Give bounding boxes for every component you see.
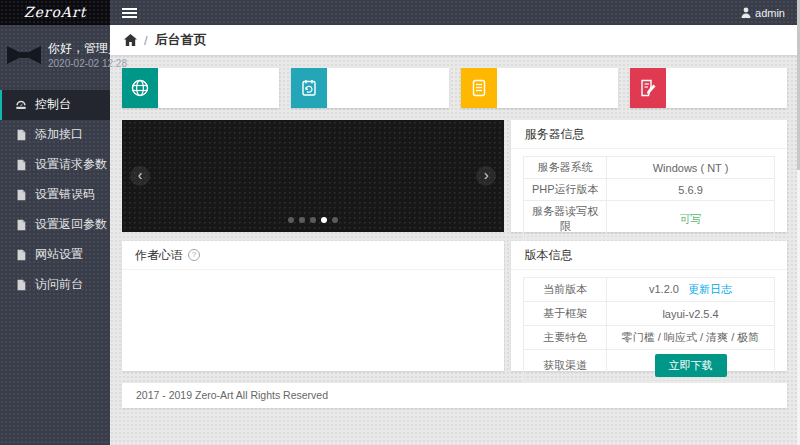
file-icon <box>15 189 27 201</box>
row-label: 主要特色 <box>524 326 607 350</box>
download-button[interactable]: 立即下载 <box>655 354 727 377</box>
carousel-dot[interactable] <box>332 217 338 223</box>
file-icon <box>15 129 27 141</box>
carousel-dot[interactable] <box>299 217 305 223</box>
row-label: 服务器系统 <box>524 157 607 179</box>
sidebar-item-label: 设置错误码 <box>35 186 95 203</box>
stat-card-edit[interactable] <box>630 68 787 108</box>
main-content: ‹ › 服务器信息 服务器系统 Windows ( NT ) <box>110 55 797 445</box>
topbar-user[interactable]: admin <box>741 7 785 19</box>
user-info-box: 你好，管理员 2020-02-02 12:28 <box>0 25 110 88</box>
admin-dashboard: ZeroArt 你好，管理员 2020-02-02 12:28 控制台 <box>0 0 800 445</box>
row-label: 当前版本 <box>524 278 607 302</box>
row-value: layui-v2.5.4 <box>607 302 775 326</box>
sidebar-item-site-settings[interactable]: 网站设置 <box>0 240 110 270</box>
server-info-panel: 服务器信息 服务器系统 Windows ( NT ) PHP运行版本 5.6.9 <box>511 120 787 232</box>
carousel: ‹ › <box>122 120 504 232</box>
row-label: 基于框架 <box>524 302 607 326</box>
menu-toggle-icon[interactable] <box>122 6 137 20</box>
table-row: 主要特色 零门槛 / 响应式 / 清爽 / 极简 <box>524 326 775 350</box>
carousel-next-icon[interactable]: › <box>476 166 496 186</box>
row-label: PHP运行版本 <box>524 179 607 201</box>
breadcrumb: / 后台首页 <box>110 25 797 55</box>
sidebar-item-label: 网站设置 <box>35 246 83 263</box>
sidebar: ZeroArt 你好，管理员 2020-02-02 12:28 控制台 <box>0 0 110 445</box>
table-row: 基于框架 layui-v2.5.4 <box>524 302 775 326</box>
row-value: 零门槛 / 响应式 / 清爽 / 极简 <box>607 326 775 350</box>
stat-card-list[interactable] <box>461 68 618 108</box>
author-words-body <box>122 270 504 370</box>
user-icon <box>741 7 751 18</box>
sidebar-item-error-codes[interactable]: 设置错误码 <box>0 180 110 210</box>
topbar-username: admin <box>755 7 785 19</box>
row-value: v1.2.0 更新日志 <box>607 278 775 302</box>
copyright-text: 2017 - 2019 Zero-Art All Rights Reserved <box>136 389 328 401</box>
sidebar-item-request-params[interactable]: 设置请求参数 <box>0 150 110 180</box>
carousel-dot[interactable] <box>310 217 316 223</box>
content-row-1: ‹ › 服务器信息 服务器系统 Windows ( NT ) <box>122 120 787 232</box>
sidebar-item-label: 访问前台 <box>35 276 83 293</box>
sidebar-item-label: 添加接口 <box>35 126 83 143</box>
row-value-writable: 可写 <box>607 201 775 238</box>
author-words-panel: 作者心语 ? <box>122 241 504 371</box>
row-label: 服务器读写权限 <box>524 201 607 238</box>
row-value: Windows ( NT ) <box>607 157 775 179</box>
stat-card-body <box>666 68 787 108</box>
content-row-2: 作者心语 ? 版本信息 当前版本 v1.2.0 <box>122 241 787 371</box>
bowtie-icon <box>6 44 42 66</box>
stat-card-body <box>497 68 618 108</box>
sidebar-item-visit-frontend[interactable]: 访问前台 <box>0 270 110 300</box>
table-row: 当前版本 v1.2.0 更新日志 <box>524 278 775 302</box>
schedule-icon <box>291 68 327 108</box>
carousel-dot[interactable] <box>321 217 327 223</box>
stat-cards-row <box>122 68 787 108</box>
globe-icon <box>122 68 158 108</box>
topbar: admin <box>110 0 797 25</box>
app-logo: ZeroArt <box>0 0 110 25</box>
carousel-dots <box>288 217 338 223</box>
row-value: 5.6.9 <box>607 179 775 201</box>
stat-card-globe[interactable] <box>122 68 279 108</box>
list-icon <box>461 68 497 108</box>
panel-title: 版本信息 <box>524 247 572 264</box>
sidebar-item-return-params[interactable]: 设置返回参数 <box>0 210 110 240</box>
sidebar-item-label: 设置请求参数 <box>35 156 107 173</box>
panel-title: 作者心语 <box>135 247 183 264</box>
sidebar-item-label: 控制台 <box>35 96 71 113</box>
version-info-panel: 版本信息 当前版本 v1.2.0 更新日志 <box>511 241 787 371</box>
sidebar-item-add-api[interactable]: 添加接口 <box>0 120 110 150</box>
user-datetime: 2020-02-02 12:28 <box>48 57 127 70</box>
table-row: PHP运行版本 5.6.9 <box>524 179 775 201</box>
version-info-table: 当前版本 v1.2.0 更新日志 基于框架 layui-v2.5.4 <box>523 277 775 382</box>
carousel-prev-icon[interactable]: ‹ <box>130 166 150 186</box>
breadcrumb-current: 后台首页 <box>155 31 207 49</box>
edit-icon <box>630 68 666 108</box>
sidebar-menu: 控制台 添加接口 设置请求参数 设置错误码 设置返回参数 网站设置 <box>0 90 110 300</box>
file-icon <box>15 159 27 171</box>
help-icon[interactable]: ? <box>188 249 200 261</box>
row-label: 获取渠道 <box>524 350 607 382</box>
user-greeting: 你好，管理员 <box>48 41 127 57</box>
stat-card-body <box>158 68 279 108</box>
stat-card-schedule[interactable] <box>291 68 448 108</box>
file-icon <box>15 219 27 231</box>
file-icon <box>15 249 27 261</box>
table-row: 服务器读写权限 可写 <box>524 201 775 238</box>
version-number: v1.2.0 <box>649 283 679 295</box>
carousel-dot[interactable] <box>288 217 294 223</box>
stat-card-body <box>327 68 448 108</box>
changelog-link[interactable]: 更新日志 <box>688 283 732 295</box>
table-row: 获取渠道 立即下载 <box>524 350 775 382</box>
breadcrumb-separator: / <box>144 33 148 48</box>
dashboard-icon <box>15 99 27 111</box>
table-row: 服务器系统 Windows ( NT ) <box>524 157 775 179</box>
panel-title: 服务器信息 <box>524 126 584 143</box>
sidebar-item-console[interactable]: 控制台 <box>0 90 110 120</box>
file-icon <box>15 279 27 291</box>
row-value: 立即下载 <box>607 350 775 382</box>
sidebar-item-label: 设置返回参数 <box>35 216 107 233</box>
